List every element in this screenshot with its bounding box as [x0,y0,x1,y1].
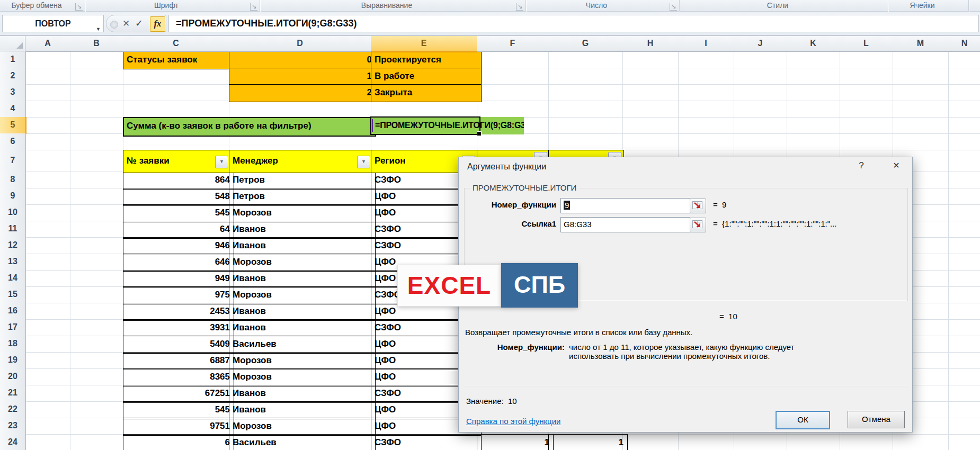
table-cell-r11cD[interactable]: Иванов [229,221,376,239]
table-cell-r11cC[interactable]: 64 [123,221,234,239]
row-header-22[interactable]: 22 [0,401,26,418]
table-cell-r15cC[interactable]: 975 [123,286,234,304]
row-header-10[interactable]: 10 [0,204,26,221]
ok-button[interactable]: ОК [776,411,830,429]
cell-e2[interactable]: В работе [371,68,482,86]
row-header-24[interactable]: 24 [0,434,26,450]
row-header-12[interactable]: 12 [0,237,26,254]
table-cell-r16cD[interactable]: Иванов [229,303,376,321]
row-header-11[interactable]: 11 [0,221,26,238]
row-header-19[interactable]: 19 [0,352,26,369]
column-header-C[interactable]: C [123,36,229,52]
table-cell-r20cD[interactable]: Морозов [229,368,376,386]
table-cell-r19cC[interactable]: 6887 [123,352,234,370]
insert-function-button[interactable]: fx [150,16,165,32]
row-header-16[interactable]: 16 [0,303,26,320]
cell-e1[interactable]: Проектируется [371,51,482,69]
dialog-launcher-icon[interactable]: ↘ [250,3,257,11]
table-cell-r16cC[interactable]: 2453 [123,303,234,321]
select-all-corner[interactable] [0,36,25,51]
column-header-F[interactable]: F [477,36,549,52]
cell-d1[interactable]: 0 [229,51,376,69]
table-cell-r24cC[interactable]: 6 [123,434,234,450]
table-cell-r18cC[interactable]: 5409 [123,336,234,354]
table-cell-r24cD[interactable]: Васильев [229,434,376,450]
table-cell-r20cC[interactable]: 8365 [123,368,234,386]
dialog-help-button[interactable]: ? [855,160,868,172]
table-cell-r10cD[interactable]: Морозов [229,204,376,222]
cell-e3[interactable]: Закрыта [371,84,482,102]
cell-e5-active-formula[interactable]: =ПРОМЕЖУТОЧНЫЕ.ИТОГИ(9;G8:G33) [371,117,524,134]
table-cell-r14cD[interactable]: Иванов [229,270,376,288]
row-header-21[interactable]: 21 [0,385,26,402]
table-cell-r14cC[interactable]: 949 [123,270,234,288]
table-cell-r23cD[interactable]: Морозов [229,418,376,436]
column-header-G[interactable]: G [548,36,623,52]
table-cell-r19cD[interactable]: Морозов [229,352,376,370]
column-header-J[interactable]: J [734,36,787,52]
table-cell-r8cC[interactable]: 864 [123,172,234,190]
formula-input[interactable]: =ПРОМЕЖУТОЧНЫЕ.ИТОГИ(9;G8:G33) [168,15,979,32]
range-picker-button[interactable] [690,199,706,213]
table-cell-r15cD[interactable]: Морозов [229,286,376,304]
column-header-A[interactable]: A [25,36,70,52]
name-box-dropdown-icon[interactable]: ▼ [96,21,101,38]
table-cell-r8cD[interactable]: Петров [229,172,376,190]
table-cell-r9cC[interactable]: 548 [123,188,234,206]
table-cell-r21cC[interactable]: 67251 [123,385,234,403]
dialog-launcher-icon[interactable]: ↘ [516,3,523,11]
row-header-17[interactable]: 17 [0,319,26,336]
table-cell-r22cD[interactable]: Иванов [229,401,376,419]
table-cell-r17cD[interactable]: Иванов [229,319,376,337]
column-header-M[interactable]: M [893,36,949,52]
row-header-23[interactable]: 23 [0,418,26,435]
row-header-1[interactable]: 1 [0,51,26,68]
table-cell-r18cD[interactable]: Васильев [229,336,376,354]
column-header-D[interactable]: D [229,36,371,52]
row-header-2[interactable]: 2 [0,68,26,85]
help-link[interactable]: Справка по этой функции [466,417,560,426]
row-header-5[interactable]: 5 [0,117,26,134]
filter-dropdown-icon[interactable]: ▼ [357,156,370,168]
column-header-B[interactable]: B [70,36,123,52]
table-cell-r21cD[interactable]: Иванов [229,385,376,403]
formula-cancel-button[interactable]: ✕ [122,18,130,29]
cell-d2[interactable]: 1 [229,68,376,86]
row-header-3[interactable]: 3 [0,84,26,101]
function-number-input[interactable]: 9 [560,198,690,213]
cell-c1-status-title[interactable]: Статусы заявок [123,51,234,69]
row-header-14[interactable]: 14 [0,270,26,287]
formula-enter-button[interactable]: ✓ [135,17,143,29]
table-cell-r13cD[interactable]: Морозов [229,254,376,272]
row-header-8[interactable]: 8 [0,172,26,188]
cell-d3[interactable]: 2 [229,84,376,102]
dialog-launcher-icon[interactable]: ↘ [75,3,83,11]
column-header-H[interactable]: H [622,36,679,52]
row-header-13[interactable]: 13 [0,254,26,271]
table-cell-r9cD[interactable]: Петров [229,188,376,206]
table-cell-r24cE[interactable]: СЗФО [371,434,482,450]
table-cell-r13cC[interactable]: 646 [123,254,234,272]
dialog-close-icon[interactable]: ✕ [889,160,904,172]
cell-g24[interactable]: 1 [548,434,628,450]
row-header-4[interactable]: 4 [0,101,26,118]
row-header-15[interactable]: 15 [0,286,26,303]
column-header-N[interactable]: N [948,36,980,52]
cancel-button[interactable]: Отмена [848,411,905,428]
row-header-20[interactable]: 20 [0,368,26,385]
row-header-9[interactable]: 9 [0,188,26,205]
row-header-7[interactable]: 7 [0,150,26,172]
table-cell-r17cC[interactable]: 3931 [123,319,234,337]
row-header-18[interactable]: 18 [0,336,26,353]
ref1-input[interactable]: G8:G33 [560,217,690,232]
table-cell-r22cC[interactable]: 545 [123,401,234,419]
table-cell-r23cC[interactable]: 9751 [123,418,234,436]
range-picker-button[interactable] [690,218,706,232]
name-box[interactable]: ПОВТОР ▼ [2,15,104,32]
dialog-launcher-icon[interactable]: ↘ [670,3,677,11]
column-header-E[interactable]: E [371,36,477,52]
cell-f24[interactable]: 1 [477,434,554,450]
column-header-K[interactable]: K [787,36,840,52]
row-header-6[interactable]: 6 [0,133,26,150]
table-cell-r12cD[interactable]: Иванов [229,237,376,255]
